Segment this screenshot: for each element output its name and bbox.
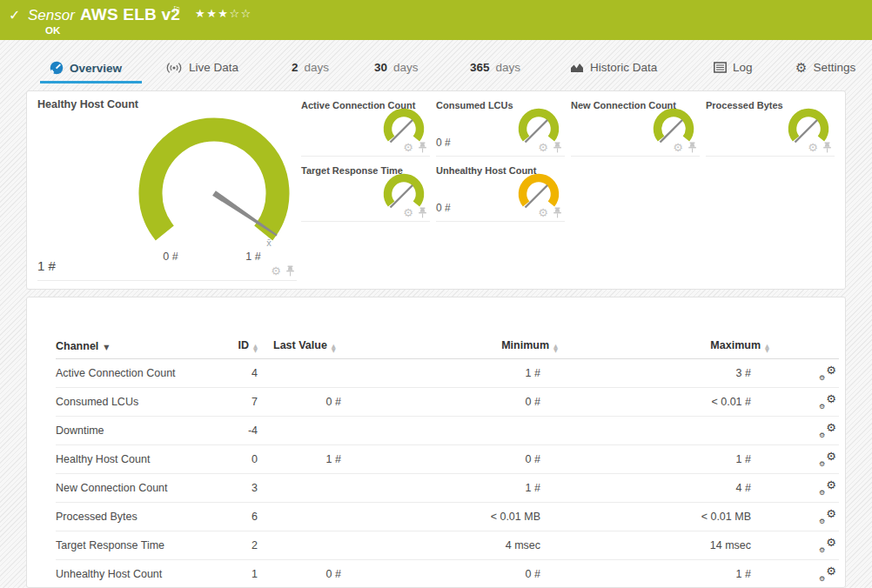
sort-both-icon: ▲▼ xyxy=(332,344,336,352)
channel-minimum: 1 # xyxy=(341,367,558,379)
pin-icon[interactable] xyxy=(285,265,295,277)
gauge-cell-healthy-host-count[interactable]: Healthy Host Count x̄ 0 # 1 # 1 # ⚙ xyxy=(37,91,297,281)
channel-settings-gear-icon[interactable]: ⚙ xyxy=(808,143,818,153)
column-header-minimum[interactable]: Minimum▲▼ xyxy=(341,339,558,352)
tab-label: Overview xyxy=(70,62,122,75)
average-marker: x̄ xyxy=(266,237,272,248)
sort-both-icon: ▲▼ xyxy=(765,344,769,352)
edit-channel-gears-icon[interactable]: ⚙⚙ xyxy=(819,452,836,467)
edit-channel-gears-icon[interactable]: ⚙⚙ xyxy=(819,510,836,525)
sort-both-icon: ▲▼ xyxy=(253,344,258,352)
tab-number: 30 xyxy=(374,61,387,74)
tab-label: Historic Data xyxy=(590,61,657,74)
gauge-scale-max: 1 # xyxy=(234,251,272,263)
channel-settings-gear-icon[interactable]: ⚙ xyxy=(538,208,548,218)
tab-365-days[interactable]: 365 days xyxy=(470,61,520,74)
tab-number: 2 xyxy=(292,61,298,74)
table-row[interactable]: New Connection Count 3 1 # 4 # ⚙⚙ xyxy=(56,474,839,503)
tab-settings[interactable]: ⚙ Settings xyxy=(795,61,855,74)
channel-name[interactable]: Downtime xyxy=(56,424,212,437)
table-row[interactable]: Processed Bytes 6 < 0.01 MB < 0.01 MB ⚙⚙ xyxy=(56,503,839,531)
gauge-scale-min: 0 # xyxy=(151,251,190,263)
channel-name[interactable]: Consumed LCUs xyxy=(56,396,212,408)
gauge-cell-unhealthy-host-count[interactable]: Unhealthy Host Count 0 # ⚙ xyxy=(436,160,565,222)
tab-30-days[interactable]: 30 days xyxy=(374,61,419,74)
channel-name[interactable]: Processed Bytes xyxy=(56,511,212,523)
channel-id: 3 xyxy=(212,482,259,494)
tab-unit: days xyxy=(305,61,330,74)
channel-minimum: 4 msec xyxy=(341,539,558,551)
pin-icon[interactable] xyxy=(553,207,562,218)
table-row[interactable]: Target Response Time 2 4 msec 14 msec ⚙⚙ xyxy=(56,531,839,560)
tab-unit: days xyxy=(393,61,419,74)
channel-id: 0 xyxy=(212,453,259,465)
channels-panel: Channel▼ ID▲▼ Last Value▲▼ Minimum▲▼ Max… xyxy=(26,297,846,588)
column-header-last-value[interactable]: Last Value▲▼ xyxy=(259,339,341,352)
channel-settings-gear-icon[interactable]: ⚙ xyxy=(403,143,413,153)
edit-channel-gears-icon[interactable]: ⚙⚙ xyxy=(819,538,836,553)
sort-desc-icon: ▼ xyxy=(104,344,109,351)
column-header-channel[interactable]: Channel▼ xyxy=(56,340,212,352)
edit-channel-gears-icon[interactable]: ⚙⚙ xyxy=(819,481,836,496)
table-row[interactable]: Consumed LCUs 7 0 # 0 # < 0.01 # ⚙⚙ xyxy=(56,388,839,417)
column-header-maximum[interactable]: Maximum▲▼ xyxy=(558,339,769,352)
channel-settings-gear-icon[interactable]: ⚙ xyxy=(271,266,281,277)
tab-log[interactable]: Log xyxy=(714,61,753,74)
pin-icon[interactable] xyxy=(553,142,562,153)
table-row[interactable]: Unhealthy Host Count 1 0 # 0 # 1 # ⚙⚙ xyxy=(56,560,839,588)
pin-icon[interactable] xyxy=(688,142,697,153)
tab-overview[interactable]: Overview xyxy=(50,61,122,75)
channel-settings-gear-icon[interactable]: ⚙ xyxy=(403,208,413,218)
gauge-title: Healthy Host Count xyxy=(37,98,138,110)
pin-icon[interactable] xyxy=(418,142,427,153)
gauge-cell-target-response-time[interactable]: Target Response Time ⚙ xyxy=(301,160,430,222)
pin-icon[interactable] xyxy=(822,142,832,153)
tab-2-days[interactable]: 2 days xyxy=(292,61,329,74)
channel-name[interactable]: Healthy Host Count xyxy=(56,453,212,465)
table-row[interactable]: Downtime -4 ⚙⚙ xyxy=(56,417,839,445)
priority-stars[interactable]: ★★★☆☆ xyxy=(195,7,252,20)
channel-name[interactable]: Unhealthy Host Count xyxy=(56,568,212,580)
channel-settings-gear-icon[interactable]: ⚙ xyxy=(538,143,548,153)
channel-id: -4 xyxy=(212,424,259,437)
channel-maximum: < 0.01 # xyxy=(558,396,769,408)
channel-minimum: < 0.01 MB xyxy=(341,511,558,523)
channel-name[interactable]: Target Response Time xyxy=(56,539,212,551)
channel-id: 2 xyxy=(212,539,259,551)
channel-id: 4 xyxy=(212,367,259,379)
edit-channel-gears-icon[interactable]: ⚙⚙ xyxy=(819,395,836,410)
gauge-cell-active-connection-count[interactable]: Active Connection Count ⚙ xyxy=(301,95,430,157)
prtg-sensor-page: ✓ Sensor AWS ELB v2 ⚐ ★★★☆☆ OK Overview … xyxy=(0,0,872,588)
gauge-current-value: 0 # xyxy=(436,137,451,149)
table-row[interactable]: Active Connection Count 4 1 # 3 # ⚙⚙ xyxy=(56,359,839,388)
channel-last-value: 0 # xyxy=(259,396,341,408)
sensor-title: AWS ELB v2 xyxy=(80,5,180,24)
gauge-cell-new-connection-count[interactable]: New Connection Count ⚙ xyxy=(571,95,700,157)
log-list-icon xyxy=(714,62,727,73)
channel-name[interactable]: New Connection Count xyxy=(56,482,212,494)
channel-settings-gear-icon[interactable]: ⚙ xyxy=(673,143,683,153)
channel-maximum: 1 # xyxy=(558,453,769,465)
pin-icon[interactable] xyxy=(418,207,427,218)
gauge-cell-processed-bytes[interactable]: Processed Bytes ⚙ xyxy=(706,95,835,157)
column-header-id[interactable]: ID▲▼ xyxy=(212,339,259,352)
gauge-cell-consumed-lcus[interactable]: Consumed LCUs 0 # ⚙ xyxy=(436,95,565,157)
channel-last-value: 0 # xyxy=(259,568,341,580)
active-tab-underline xyxy=(40,81,142,84)
table-row[interactable]: Healthy Host Count 0 1 # 0 # 1 # ⚙⚙ xyxy=(56,445,839,474)
channel-last-value: 1 # xyxy=(259,453,341,465)
tab-historic-data[interactable]: Historic Data xyxy=(570,61,657,74)
gauge-current-value: 0 # xyxy=(436,202,451,214)
edit-channel-gears-icon[interactable]: ⚙⚙ xyxy=(819,567,836,582)
gauge-icon xyxy=(50,61,64,75)
channel-minimum: 1 # xyxy=(341,482,558,494)
edit-channel-gears-icon[interactable]: ⚙⚙ xyxy=(819,424,836,438)
tab-number: 365 xyxy=(470,61,490,74)
channel-name[interactable]: Active Connection Count xyxy=(56,367,212,379)
channel-id: 1 xyxy=(212,568,259,580)
gauge-current-value: 1 # xyxy=(37,258,56,273)
tab-live-data[interactable]: Live Data xyxy=(165,61,238,74)
edit-channel-gears-icon[interactable]: ⚙⚙ xyxy=(819,366,836,381)
channel-maximum: 3 # xyxy=(558,367,769,379)
priority-flag-icon[interactable]: ⚐ xyxy=(172,4,181,16)
